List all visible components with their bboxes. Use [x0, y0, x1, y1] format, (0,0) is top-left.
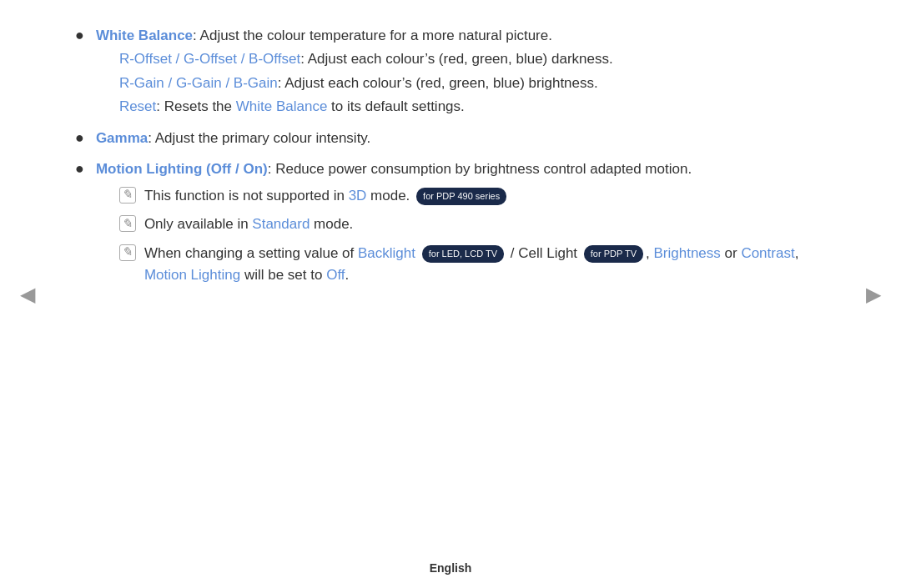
- sub-content-white-balance: R-Offset / G-Offset / B-Offset: Adjust e…: [119, 48, 826, 118]
- def-offset: : Adjust each colour’s (red, green, blue…: [300, 51, 613, 67]
- term-motion-lighting-inline: Motion Lighting: [144, 267, 240, 283]
- note-item: ✎ Only available in Standard mode.: [119, 214, 826, 235]
- term-contrast: Contrast: [741, 245, 794, 261]
- term-gamma: Gamma: [96, 130, 148, 146]
- term-gain: R-Gain / G-Gain / B-Gain: [119, 75, 278, 91]
- list-item: ● White Balance: Adjust the colour tempe…: [75, 25, 826, 119]
- term-reset: Reset: [119, 98, 156, 114]
- sub-line-reset: Reset: Resets the White Balance to its d…: [119, 96, 826, 118]
- badge-led-lcd: for LED, LCD TV: [422, 245, 504, 263]
- bullet-dot: ●: [75, 160, 84, 178]
- note-icon: ✎: [119, 215, 136, 232]
- note-bl-before: When changing a setting value of: [144, 245, 358, 261]
- note-std-before: Only available in: [144, 216, 252, 232]
- note-text-backlight: When changing a setting value of Backlig…: [144, 243, 826, 287]
- note-item: ✎ When changing a setting value of Backl…: [119, 243, 826, 287]
- term-3d: 3D: [349, 188, 367, 204]
- definition-motion-lighting: : Reduce power consumption by brightness…: [268, 161, 692, 177]
- term-white-balance: White Balance: [96, 28, 193, 43]
- sub-line-offset: R-Offset / G-Offset / B-Offset: Adjust e…: [119, 48, 826, 70]
- language-label: English: [430, 561, 472, 575]
- note-3d-after: mode.: [366, 188, 410, 204]
- note-bl-mid5: will be set to: [240, 267, 326, 283]
- badge-pdp-tv: for PDP TV: [584, 245, 643, 263]
- sub-line-gain: R-Gain / G-Gain / B-Gain: Adjust each co…: [119, 73, 826, 94]
- def-reset-1: : Resets the: [156, 98, 235, 114]
- term-backlight: Backlight: [358, 245, 415, 261]
- bullet-content: White Balance: Adjust the colour tempera…: [96, 25, 826, 119]
- note-bl-after: .: [345, 267, 350, 283]
- term-offset: R-Offset / G-Offset / B-Offset: [119, 51, 300, 67]
- note-icon: ✎: [119, 244, 136, 261]
- bullet-dot: ●: [75, 27, 84, 44]
- note-item: ✎ This function is not supported in 3D m…: [119, 185, 826, 207]
- term-white-balance-inline: White Balance: [236, 98, 328, 114]
- note-text-3d: This function is not supported in 3D mod…: [144, 185, 826, 207]
- note-bl-mid: / Cell Light: [506, 245, 581, 261]
- def-gain: : Adjust each colour’s (red, green, blue…: [278, 75, 598, 91]
- note-bl-mid2: ,: [646, 245, 653, 261]
- bullet-content-motion: Motion Lighting (Off / On): Reduce power…: [96, 158, 826, 294]
- note-text-standard: Only available in Standard mode.: [144, 214, 826, 235]
- main-content: ● White Balance: Adjust the colour tempe…: [0, 0, 901, 553]
- term-standard: Standard: [252, 216, 310, 232]
- def-reset-2: to its default settings.: [327, 98, 464, 114]
- motion-lighting-line: Motion Lighting (Off / On): Reduce power…: [96, 158, 826, 180]
- list-item: ● Motion Lighting (Off / On): Reduce pow…: [75, 158, 826, 294]
- note-bl-mid4: ,: [795, 245, 799, 261]
- note-bl-mid3: or: [721, 245, 742, 261]
- definition-white-balance: : Adjust the colour temperature for a mo…: [193, 28, 552, 43]
- bullet-dot: ●: [75, 129, 84, 147]
- bullet-content-gamma: Gamma: Adjust the primary colour intensi…: [96, 128, 826, 149]
- definition-gamma: : Adjust the primary colour intensity.: [148, 130, 370, 146]
- list-item: ● Gamma: Adjust the primary colour inten…: [75, 128, 826, 149]
- term-off: Off: [326, 267, 345, 283]
- footer: English: [0, 553, 901, 588]
- content-list: ● White Balance: Adjust the colour tempe…: [75, 25, 826, 293]
- term-brightness: Brightness: [654, 245, 721, 261]
- term-motion-lighting: Motion Lighting (Off / On): [96, 161, 268, 177]
- badge-pdp490: for PDP 490 series: [416, 188, 506, 205]
- note-icon: ✎: [119, 187, 136, 204]
- note-std-after: mode.: [310, 216, 353, 232]
- note-3d-before: This function is not supported in: [144, 188, 349, 204]
- note-list: ✎ This function is not supported in 3D m…: [119, 185, 826, 286]
